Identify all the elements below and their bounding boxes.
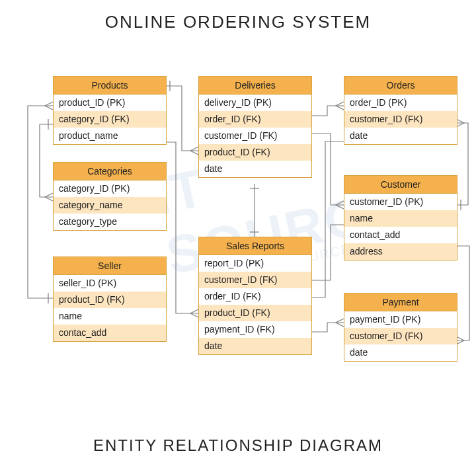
entity-row: contact_add (344, 227, 457, 243)
entity-row: customer_ID (PK) (344, 194, 457, 210)
entity-row: product_ID (FK) (199, 305, 311, 321)
entity-categories: Categoriescategory_ID (PK)category_namec… (53, 162, 167, 231)
entity-header: Payment (344, 294, 457, 311)
entity-salesreports: Sales Reportsreport_ID (PK)customer_ID (… (198, 237, 312, 355)
entity-seller: Sellerseller_ID (PK)product_ID (FK)namec… (53, 257, 167, 342)
entity-header: Customer (344, 176, 457, 194)
entity-row: product_ID (FK) (54, 292, 166, 308)
entity-row: payment_ID (PK) (344, 311, 457, 328)
entity-row: name (54, 308, 166, 325)
entity-row: customer_ID (FK) (344, 328, 457, 344)
entity-rows: customer_ID (PK)namecontact_addaddress (344, 194, 457, 260)
entity-header: Orders (344, 77, 457, 95)
entity-row: seller_ID (PK) (54, 275, 166, 292)
entity-row: customer_ID (FK) (199, 128, 311, 144)
entity-row: date (344, 344, 457, 361)
page-title: ONLINE ORDERING SYSTEM (0, 12, 476, 32)
entity-row: date (199, 338, 311, 354)
entity-rows: order_ID (PK)customer_ID (FK)date (344, 95, 457, 144)
entity-products: Productsproduct_ID (PK)category_ID (FK)p… (53, 76, 167, 145)
entity-rows: delivery_ID (PK)order_ID (FK)customer_ID… (199, 95, 311, 177)
entity-orders: Ordersorder_ID (PK)customer_ID (FK)date (344, 76, 457, 145)
entity-header: Seller (54, 257, 166, 275)
entity-payment: Paymentpayment_ID (PK)customer_ID (FK)da… (344, 293, 457, 362)
entity-row: customer_ID (FK) (344, 111, 457, 128)
entity-header: Categories (54, 163, 166, 180)
entity-row: product_ID (PK) (54, 95, 166, 111)
entity-row: contac_add (54, 325, 166, 341)
entity-row: date (344, 128, 457, 144)
entity-rows: report_ID (PK)customer_ID (FK)order_ID (… (199, 255, 311, 354)
entity-row: category_ID (FK) (54, 111, 166, 128)
entity-row: order_ID (PK) (344, 95, 457, 111)
entity-row: product_name (54, 128, 166, 144)
entity-row: name (344, 210, 457, 227)
erd-stage: ONLINE ORDERING SYSTEM IT SOURCE WITH SO… (0, 0, 476, 476)
entity-rows: product_ID (PK)category_ID (FK)product_n… (54, 95, 166, 144)
entity-rows: payment_ID (PK)customer_ID (FK)date (344, 311, 457, 361)
entity-header: Products (54, 77, 166, 95)
entity-row: category_type (54, 214, 166, 230)
entity-row: order_ID (FK) (199, 288, 311, 305)
entity-rows: category_ID (PK)category_namecategory_ty… (54, 180, 166, 230)
entity-row: payment_ID (FK) (199, 321, 311, 338)
entity-row: date (199, 161, 311, 177)
entity-row: category_name (54, 197, 166, 214)
entity-header: Deliveries (199, 77, 311, 95)
entity-row: delivery_ID (PK) (199, 95, 311, 111)
entity-customer: Customercustomer_ID (PK)namecontact_adda… (344, 175, 457, 260)
entity-header: Sales Reports (199, 237, 311, 255)
entity-row: customer_ID (FK) (199, 272, 311, 288)
entity-row: order_ID (FK) (199, 111, 311, 128)
entity-row: category_ID (PK) (54, 180, 166, 197)
entity-row: address (344, 243, 457, 260)
page-subtitle: ENTITY RELATIONSHIP DIAGRAM (0, 436, 476, 455)
entity-row: report_ID (PK) (199, 255, 311, 272)
entity-row: product_ID (FK) (199, 144, 311, 161)
entity-deliveries: Deliveriesdelivery_ID (PK)order_ID (FK)c… (198, 76, 312, 178)
entity-rows: seller_ID (PK)product_ID (FK)namecontac_… (54, 275, 166, 341)
